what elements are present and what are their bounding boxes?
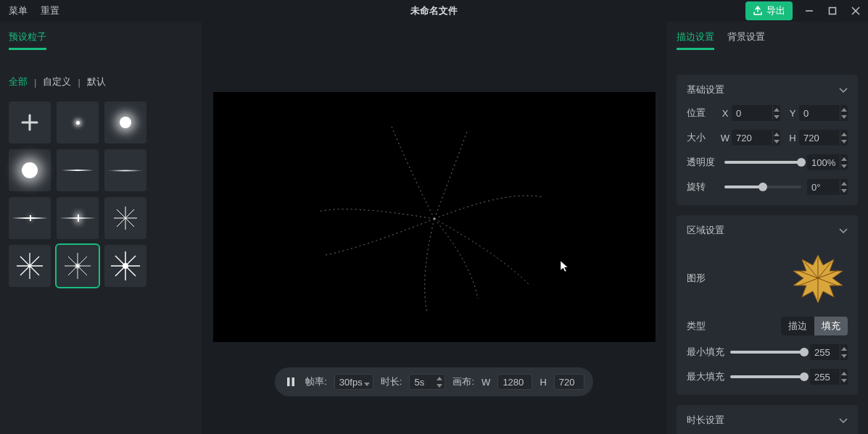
opacity-input[interactable]	[807, 154, 848, 170]
max-fill-slider[interactable]	[730, 375, 804, 378]
filter-custom[interactable]: 自定义	[43, 75, 71, 88]
size-label: 大小	[687, 131, 719, 144]
shape-preview[interactable]	[788, 249, 848, 308]
stepper-up[interactable]	[434, 375, 445, 382]
min-fill-label: 最小填充	[687, 346, 730, 359]
section-basic-header[interactable]: 基础设置	[687, 83, 848, 96]
type-fill-option[interactable]: 填充	[814, 317, 848, 335]
document-title: 未命名文件	[410, 4, 458, 17]
type-stroke-option[interactable]: 描边	[781, 317, 814, 335]
chevron-down-icon	[839, 225, 848, 236]
minimize-button[interactable]	[803, 4, 816, 17]
particle-thumbnails	[9, 101, 193, 287]
right-panel: 描边设置 背景设置 基础设置 位置 X Y 大小 W H	[666, 22, 868, 434]
canvas-content	[213, 92, 656, 342]
particle-thumb[interactable]	[104, 245, 146, 287]
max-fill-input[interactable]	[810, 369, 848, 385]
max-fill-label: 最大填充	[687, 370, 730, 383]
titlebar: 菜单 重置 未命名文件 导出	[0, 0, 868, 22]
svg-rect-25	[287, 377, 290, 386]
min-fill-slider[interactable]	[730, 351, 804, 354]
filter-default[interactable]: 默认	[87, 75, 106, 88]
section-area-header[interactable]: 区域设置	[687, 224, 848, 237]
left-panel: 预设粒子 全部 | 自定义 | 默认	[0, 22, 202, 434]
canvas-h-label: H	[540, 377, 546, 388]
particle-thumb[interactable]	[57, 101, 99, 143]
particle-thumb[interactable]	[9, 245, 51, 287]
w-label: W	[719, 133, 732, 143]
svg-rect-26	[292, 377, 295, 386]
tab-background-settings[interactable]: 背景设置	[727, 30, 765, 50]
export-icon	[753, 6, 763, 16]
duration-label: 时长:	[381, 375, 402, 388]
pause-icon	[286, 377, 295, 387]
type-label: 类型	[687, 320, 706, 333]
tab-preset-particles[interactable]: 预设粒子	[9, 30, 46, 50]
rotate-slider[interactable]	[724, 185, 801, 188]
chevron-down-icon	[839, 85, 848, 96]
framerate-label: 帧率:	[305, 375, 327, 388]
center-panel: 帧率: 30fps 时长: 画布: W H	[202, 22, 666, 434]
pause-button[interactable]	[284, 377, 298, 387]
plus-icon	[20, 113, 39, 132]
position-y-input[interactable]	[799, 105, 848, 121]
rotate-input[interactable]	[807, 179, 848, 195]
particle-thumb[interactable]	[104, 101, 146, 143]
svg-rect-1	[830, 8, 836, 14]
opacity-slider[interactable]	[724, 161, 801, 164]
y-label: Y	[786, 108, 799, 119]
particle-thumb[interactable]	[57, 197, 99, 239]
section-duration-title: 时长设置	[687, 414, 724, 427]
tab-stroke-settings[interactable]: 描边设置	[677, 30, 714, 50]
playback-bar: 帧率: 30fps 时长: 画布: W H	[275, 367, 593, 396]
cursor-icon	[560, 260, 570, 273]
particle-thumb[interactable]	[104, 197, 146, 239]
add-particle-button[interactable]	[9, 101, 51, 143]
framerate-select[interactable]: 30fps	[334, 374, 373, 390]
particle-thumb-selected[interactable]	[57, 245, 99, 287]
svg-point-24	[123, 263, 128, 269]
h-label: H	[786, 133, 799, 143]
particle-thumb[interactable]	[104, 149, 146, 191]
rotate-label: 旋转	[687, 180, 724, 193]
canvas-w-label: W	[481, 377, 490, 388]
duration-input[interactable]	[409, 374, 445, 390]
export-label: 导出	[766, 4, 785, 17]
section-basic-title: 基础设置	[687, 83, 724, 96]
canvas[interactable]	[213, 92, 656, 342]
size-h-input[interactable]	[799, 130, 848, 146]
maximize-button[interactable]	[826, 4, 839, 17]
shape-label: 图形	[687, 272, 706, 285]
svg-point-14	[28, 264, 31, 267]
opacity-label: 透明度	[687, 156, 724, 169]
position-x-input[interactable]	[732, 105, 780, 121]
type-segment: 描边 填充	[781, 317, 848, 335]
particle-thumb[interactable]	[57, 149, 99, 191]
reset-button[interactable]: 重置	[41, 4, 59, 17]
min-fill-input[interactable]	[810, 344, 848, 360]
export-button[interactable]: 导出	[745, 1, 793, 20]
chevron-down-icon	[839, 415, 848, 426]
leaf-icon	[789, 249, 847, 307]
svg-point-19	[75, 264, 80, 268]
close-button[interactable]	[849, 4, 862, 17]
section-duration: 时长设置	[677, 405, 858, 434]
particle-thumb[interactable]	[9, 149, 51, 191]
position-label: 位置	[687, 107, 719, 120]
canvas-label: 画布:	[452, 375, 474, 388]
x-label: X	[719, 108, 732, 119]
section-basic: 基础设置 位置 X Y 大小 W H 透明度	[677, 75, 858, 205]
canvas-width-input[interactable]	[497, 374, 532, 390]
menu-button[interactable]: 菜单	[9, 4, 28, 17]
section-duration-header[interactable]: 时长设置	[687, 414, 848, 427]
filter-all[interactable]: 全部	[9, 75, 28, 88]
canvas-height-input[interactable]	[554, 374, 584, 390]
section-area-title: 区域设置	[687, 224, 724, 237]
section-area: 区域设置 图形	[677, 215, 858, 395]
particle-thumb[interactable]	[9, 197, 51, 239]
size-w-input[interactable]	[732, 130, 780, 146]
stepper-down[interactable]	[434, 382, 445, 389]
